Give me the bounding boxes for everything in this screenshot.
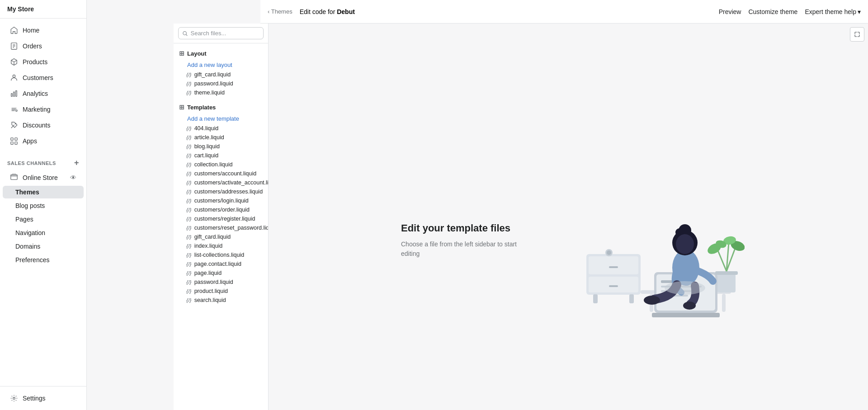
apps-icon	[10, 137, 18, 145]
liquid-icon: {/}	[186, 270, 192, 276]
search-box[interactable]	[178, 27, 264, 39]
svg-point-53	[644, 296, 660, 305]
svg-point-57	[607, 250, 611, 255]
sub-nav-preferences[interactable]: Preferences	[3, 254, 84, 266]
settings-icon	[10, 394, 18, 402]
svg-line-6	[14, 60, 17, 62]
nav-item-online-store[interactable]: Online Store 👁	[3, 170, 84, 185]
nav-item-orders[interactable]: Orders	[3, 38, 84, 54]
liquid-icon: {/}	[186, 243, 192, 249]
file-item-gift-card[interactable]: {/} gift_card.liquid	[174, 232, 268, 241]
liquid-icon: {/}	[186, 90, 192, 95]
preview-link[interactable]: Preview	[719, 8, 741, 15]
file-item-404[interactable]: {/} 404.liquid	[174, 124, 268, 133]
file-item-customers-addresses[interactable]: {/} customers/addresses.liquid	[174, 187, 268, 196]
liquid-icon: {/}	[186, 279, 192, 285]
svg-rect-35	[609, 266, 618, 268]
svg-rect-9	[14, 92, 15, 96]
analytics-icon	[10, 90, 18, 98]
svg-rect-18	[11, 175, 17, 180]
svg-rect-37	[593, 294, 598, 303]
liquid-icon: {/}	[186, 144, 192, 149]
sub-nav-navigation[interactable]: Navigation	[3, 226, 84, 239]
file-item-password-layout[interactable]: {/} password.liquid	[174, 79, 268, 88]
add-new-layout-link[interactable]: Add a new layout	[174, 60, 268, 70]
liquid-icon: {/}	[186, 207, 192, 212]
file-item-index[interactable]: {/} index.liquid	[174, 241, 268, 250]
breadcrumb-current-label: Edit code for Debut	[300, 8, 355, 15]
search-input[interactable]	[190, 30, 259, 37]
liquid-icon: {/}	[186, 135, 192, 140]
chevron-down-icon: ▾	[858, 8, 861, 15]
top-bar: ‹ Themes Edit code for Debut Preview Cus…	[260, 0, 868, 24]
file-item-password[interactable]: {/} password.liquid	[174, 278, 268, 287]
file-item-list-collections[interactable]: {/} list-collections.liquid	[174, 250, 268, 259]
file-item-blog[interactable]: {/} blog.liquid	[174, 142, 268, 151]
file-item-product[interactable]: {/} product.liquid	[174, 287, 268, 296]
svg-rect-15	[15, 138, 17, 140]
file-item-page[interactable]: {/} page.liquid	[174, 269, 268, 278]
file-item-customers-activate[interactable]: {/} customers/activate_account.liqu…	[174, 178, 268, 187]
svg-rect-39	[717, 272, 736, 292]
add-sales-channel-button[interactable]: +	[74, 158, 79, 168]
nav-item-products[interactable]: Products	[3, 54, 84, 70]
file-item-search[interactable]: {/} search.liquid	[174, 296, 268, 305]
sub-nav-blog-posts[interactable]: Blog posts	[3, 199, 84, 212]
add-new-template-link[interactable]: Add a new template	[174, 113, 268, 124]
nav-item-settings[interactable]: Settings	[3, 391, 84, 406]
nav-item-analytics[interactable]: Analytics	[3, 86, 84, 101]
file-item-collection[interactable]: {/} collection.liquid	[174, 160, 268, 169]
file-item-customers-reset[interactable]: {/} customers/reset_password.liqui…	[174, 223, 268, 232]
empty-state-title: Edit your template files	[401, 222, 537, 234]
search-area	[174, 24, 268, 43]
top-bar-actions: Preview Customize theme Expert theme hel…	[719, 8, 861, 15]
empty-state-description: Choose a file from the left sidebar to s…	[401, 240, 537, 259]
svg-rect-24	[722, 294, 726, 312]
svg-rect-31	[652, 313, 720, 317]
file-item-page-contact[interactable]: {/} page.contact.liquid	[174, 259, 268, 269]
file-item-customers-order[interactable]: {/} customers/order.liquid	[174, 205, 268, 214]
file-item-customers-account[interactable]: {/} customers/account.liquid	[174, 169, 268, 178]
file-list: ⊞ Layout Add a new layout {/} gift_card.…	[174, 43, 268, 410]
svg-point-7	[13, 75, 15, 77]
file-item-article[interactable]: {/} article.liquid	[174, 133, 268, 142]
sub-nav-domains[interactable]: Domains	[3, 240, 84, 253]
sub-nav-themes[interactable]: Themes	[3, 186, 84, 198]
main-content-area: Edit your template files Choose a file f…	[269, 24, 868, 410]
search-icon	[182, 30, 188, 37]
svg-rect-36	[609, 285, 618, 287]
customers-icon	[10, 74, 18, 82]
file-item-cart[interactable]: {/} cart.liquid	[174, 151, 268, 160]
breadcrumb-back-link[interactable]: ‹ Themes	[268, 8, 292, 15]
templates-folder-icon: ⊞	[179, 104, 184, 111]
svg-rect-10	[16, 91, 17, 97]
svg-rect-38	[629, 294, 634, 303]
svg-point-55	[665, 281, 705, 295]
sub-nav-pages[interactable]: Pages	[3, 213, 84, 226]
expand-button[interactable]	[850, 27, 864, 42]
expert-help-dropdown[interactable]: Expert theme help ▾	[805, 8, 861, 15]
file-item-gift-card-layout[interactable]: {/} gift_card.liquid	[174, 70, 268, 79]
content-area: ‹ Themes Edit code for Debut Preview Cus…	[174, 0, 868, 410]
nav-item-discounts[interactable]: Discounts	[3, 118, 84, 133]
liquid-icon: {/}	[186, 72, 192, 77]
file-item-theme-layout[interactable]: {/} theme.liquid	[174, 88, 268, 97]
orders-icon	[10, 42, 18, 50]
nav-item-marketing[interactable]: Marketing	[3, 102, 84, 117]
liquid-icon: {/}	[186, 234, 192, 240]
customize-theme-link[interactable]: Customize theme	[748, 8, 797, 15]
liquid-icon: {/}	[186, 81, 192, 86]
breadcrumb: ‹ Themes Edit code for Debut	[268, 8, 355, 15]
layout-section-header: ⊞ Layout	[174, 47, 268, 60]
svg-line-41	[717, 250, 726, 271]
file-item-customers-register[interactable]: {/} customers/register.liquid	[174, 214, 268, 223]
eye-icon: 👁	[70, 174, 76, 181]
liquid-icon: {/}	[186, 153, 192, 158]
sales-channels-label: SALES CHANNELS +	[0, 153, 86, 170]
online-store-icon	[10, 173, 18, 182]
file-item-customers-login[interactable]: {/} customers/login.liquid	[174, 196, 268, 205]
nav-item-home[interactable]: Home	[3, 23, 84, 38]
liquid-icon: {/}	[186, 162, 192, 167]
nav-item-customers[interactable]: Customers	[3, 70, 84, 85]
nav-item-apps[interactable]: Apps	[3, 133, 84, 149]
